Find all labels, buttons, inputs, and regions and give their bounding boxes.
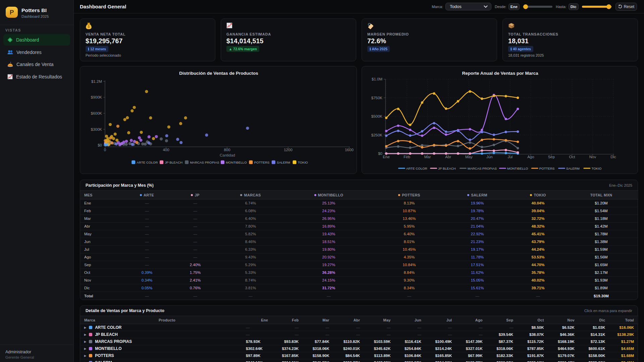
- svg-text:SALERM: SALERM: [277, 161, 290, 164]
- svg-text:Mar: Mar: [424, 155, 431, 159]
- svg-text:TOKIO: TOKIO: [591, 167, 601, 170]
- svg-text:Sep: Sep: [548, 155, 555, 159]
- svg-text:400: 400: [163, 148, 169, 152]
- svg-text:$0: $0: [378, 152, 382, 156]
- svg-text:800: 800: [224, 148, 230, 152]
- svg-text:Abr: Abr: [445, 155, 451, 159]
- svg-text:0: 0: [104, 148, 106, 152]
- svg-text:Ene: Ene: [383, 155, 389, 159]
- svg-text:SALERM: SALERM: [566, 167, 580, 170]
- svg-text:MARCAS PROPIAS: MARCAS PROPIAS: [468, 167, 497, 170]
- svg-text:$0: $0: [98, 143, 102, 147]
- svg-text:$1.0M: $1.0M: [372, 77, 382, 81]
- svg-text:JP BLEACH: JP BLEACH: [438, 167, 456, 170]
- svg-text:$300K: $300K: [91, 127, 102, 131]
- svg-text:$900K: $900K: [91, 95, 102, 99]
- svg-text:1600: 1600: [345, 148, 354, 152]
- svg-text:MONTIBELLO: MONTIBELLO: [226, 161, 247, 164]
- svg-text:Ago: Ago: [527, 155, 534, 159]
- svg-text:POTTERS: POTTERS: [539, 167, 555, 170]
- svg-text:Feb: Feb: [404, 155, 410, 159]
- svg-text:POTTERS: POTTERS: [254, 161, 270, 164]
- svg-text:TOKIO: TOKIO: [298, 161, 308, 164]
- svg-text:Cantidad: Cantidad: [220, 153, 235, 157]
- svg-text:$: $: [88, 24, 90, 28]
- svg-text:ARTE COLOR: ARTE COLOR: [137, 161, 158, 164]
- svg-text:May: May: [465, 155, 473, 159]
- svg-text:MONTIBELLO: MONTIBELLO: [507, 167, 528, 170]
- svg-text:1200: 1200: [284, 148, 292, 152]
- svg-text:$500K: $500K: [371, 114, 383, 118]
- svg-text:Dic: Dic: [610, 155, 616, 159]
- svg-text:Jul: Jul: [507, 155, 513, 159]
- svg-text:ARTE COLOR: ARTE COLOR: [406, 167, 427, 170]
- svg-text:JP BLEACH: JP BLEACH: [165, 161, 182, 164]
- svg-text:Distribución de Ventas de Prod: Distribución de Ventas de Productos: [179, 71, 258, 76]
- svg-text:$1.2M: $1.2M: [91, 79, 102, 83]
- svg-text:Reporte Anual de Ventas por Ma: Reporte Anual de Ventas por Marca: [462, 71, 538, 76]
- svg-text:$600K: $600K: [91, 111, 102, 115]
- svg-text:Jun: Jun: [486, 155, 493, 159]
- svg-text:Nov: Nov: [589, 155, 596, 159]
- svg-text:MARCAS PROPIAS: MARCAS PROPIAS: [190, 161, 220, 164]
- svg-text:$250K: $250K: [371, 133, 383, 137]
- svg-text:$750K: $750K: [371, 96, 383, 100]
- svg-text:Oct: Oct: [569, 155, 576, 159]
